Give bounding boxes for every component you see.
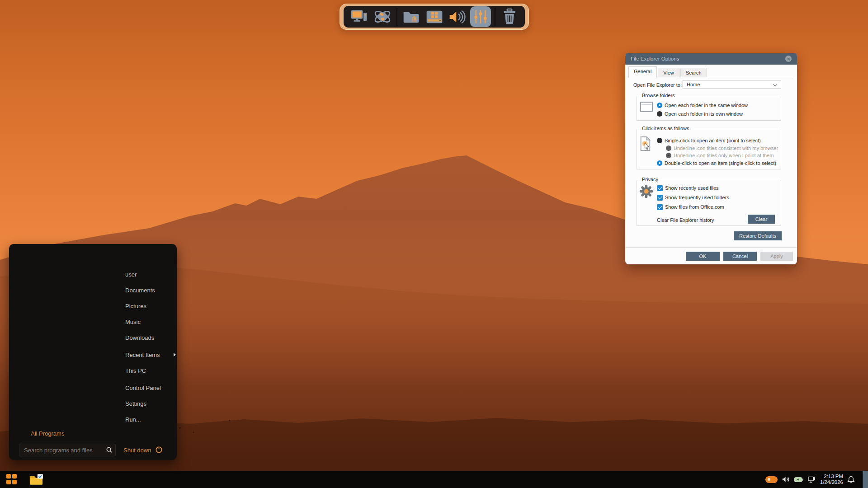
menu-item-documents[interactable]: Documents bbox=[125, 282, 176, 298]
radio-disabled-icon bbox=[666, 145, 671, 151]
taskbar: 2:13 PM 1/24/2026 bbox=[0, 471, 868, 488]
tray-battery-icon[interactable] bbox=[794, 477, 803, 482]
dialog-titlebar[interactable]: File Explorer Options bbox=[625, 53, 797, 65]
window-frame-icon bbox=[640, 101, 653, 114]
show-desktop-button[interactable] bbox=[863, 471, 868, 488]
tab-search[interactable]: Search bbox=[680, 68, 707, 77]
clock-time: 2:13 PM bbox=[820, 474, 843, 479]
file-explorer-options-dialog: File Explorer Options General View Searc… bbox=[625, 53, 797, 264]
menu-item-music[interactable]: Music bbox=[125, 314, 176, 330]
dialog-title: File Explorer Options bbox=[631, 53, 679, 65]
clear-history-label: Clear File Explorer history bbox=[657, 216, 714, 224]
search-box bbox=[19, 444, 116, 456]
radio-underline-browser: Underline icon titles consistent with my… bbox=[666, 145, 778, 151]
clear-button[interactable]: Clear bbox=[748, 215, 775, 224]
search-input[interactable] bbox=[19, 444, 116, 456]
start-menu-links: user Documents Pictures Music Downloads … bbox=[125, 267, 176, 427]
click-items-group: Click items as follows Single-click to o… bbox=[637, 129, 781, 169]
open-target-value: Home bbox=[687, 82, 700, 87]
volume-icon[interactable] bbox=[447, 6, 468, 27]
privacy-group: Privacy Show recently used files bbox=[637, 180, 781, 226]
checkbox-checked-icon bbox=[657, 204, 663, 210]
search-icon[interactable] bbox=[106, 446, 113, 455]
gear-icon bbox=[639, 184, 654, 200]
cancel-button[interactable]: Cancel bbox=[723, 252, 757, 261]
all-programs-button[interactable]: All Programs bbox=[31, 428, 64, 438]
radio-unselected-icon bbox=[657, 138, 662, 143]
menu-item-settings[interactable]: Settings bbox=[125, 396, 176, 412]
close-icon[interactable] bbox=[785, 56, 792, 62]
restore-defaults-button[interactable]: Restore Defaults bbox=[734, 231, 782, 240]
tray-network-icon[interactable] bbox=[808, 476, 816, 483]
folder-icon[interactable] bbox=[401, 6, 422, 27]
apply-button[interactable]: Apply bbox=[760, 252, 793, 261]
open-target-dropdown[interactable]: Home bbox=[683, 80, 781, 89]
submenu-arrow-icon bbox=[174, 353, 176, 357]
chevron-down-icon bbox=[773, 82, 778, 87]
radio-disabled-icon bbox=[666, 153, 671, 158]
radio-single-click[interactable]: Single-click to open an item (point to s… bbox=[657, 137, 761, 144]
radio-unselected-icon bbox=[657, 111, 662, 117]
dock-panel bbox=[344, 6, 525, 28]
open-file-explorer-label: Open File Explorer to: bbox=[633, 81, 682, 89]
radio-selected-icon bbox=[657, 160, 662, 166]
checkbox-checked-icon bbox=[657, 195, 663, 201]
tab-view[interactable]: View bbox=[658, 68, 679, 77]
start-logo-icon bbox=[6, 474, 11, 479]
menu-item-user[interactable]: user bbox=[125, 267, 176, 282]
menu-item-downloads[interactable]: Downloads bbox=[125, 330, 176, 346]
start-button[interactable] bbox=[6, 474, 17, 485]
tab-general[interactable]: General bbox=[628, 66, 657, 78]
dock bbox=[340, 4, 529, 30]
browse-folders-legend: Browse folders bbox=[640, 93, 677, 98]
footer-divider bbox=[625, 247, 797, 248]
document-pointer-icon bbox=[640, 136, 651, 152]
radio-underline-point: Underline icon titles only when I point … bbox=[666, 152, 774, 159]
clock-date: 1/24/2026 bbox=[820, 479, 843, 485]
click-items-legend: Click items as follows bbox=[640, 126, 691, 131]
menu-item-run[interactable]: Run... bbox=[125, 412, 176, 427]
system-tray: 2:13 PM 1/24/2026 bbox=[765, 471, 868, 488]
menu-item-this-pc[interactable]: This PC bbox=[125, 363, 176, 379]
privacy-legend: Privacy bbox=[640, 177, 660, 182]
browse-folders-group: Browse folders Open each folder in the s… bbox=[637, 96, 781, 121]
computer-icon[interactable] bbox=[349, 6, 370, 27]
network-globe-icon[interactable] bbox=[372, 6, 393, 27]
checkbox-frequently-used-folders[interactable]: Show frequently used folders bbox=[657, 194, 729, 201]
power-icon bbox=[155, 446, 163, 455]
radio-double-click[interactable]: Double-click to open an item (single-cli… bbox=[657, 160, 776, 166]
ok-button[interactable]: OK bbox=[686, 252, 720, 261]
radio-same-window[interactable]: Open each folder in the same window bbox=[657, 102, 748, 108]
windows-drive-icon[interactable] bbox=[424, 6, 445, 27]
radio-selected-icon bbox=[657, 103, 662, 108]
desktop: File Explorer Options General View Searc… bbox=[0, 0, 868, 488]
menu-item-pictures[interactable]: Pictures bbox=[125, 298, 176, 314]
menu-item-recent-items[interactable]: Recent Items bbox=[125, 347, 176, 363]
radio-own-window[interactable]: Open each folder in its own window bbox=[657, 111, 743, 117]
menu-item-control-panel[interactable]: Control Panel bbox=[125, 380, 176, 396]
notification-bell-icon[interactable] bbox=[848, 476, 854, 483]
checkbox-checked-icon bbox=[657, 185, 663, 191]
dock-divider bbox=[396, 8, 397, 26]
tray-volume-icon[interactable] bbox=[782, 476, 790, 483]
trash-icon[interactable] bbox=[499, 6, 520, 27]
checkbox-files-from-office[interactable]: Show files from Office.com bbox=[657, 204, 724, 210]
start-menu: user Documents Pictures Music Downloads … bbox=[9, 244, 177, 460]
shut-down-button[interactable]: Shut down bbox=[123, 444, 163, 456]
dock-divider bbox=[495, 8, 495, 26]
tray-indicator-pill[interactable] bbox=[765, 476, 778, 483]
dialog-tabs: General View Search bbox=[628, 66, 708, 77]
checkbox-recently-used-files[interactable]: Show recently used files bbox=[657, 185, 719, 191]
file-explorer-options-taskbar-icon[interactable] bbox=[29, 474, 43, 486]
mixer-icon[interactable] bbox=[470, 6, 491, 27]
taskbar-clock[interactable]: 2:13 PM 1/24/2026 bbox=[820, 474, 843, 485]
